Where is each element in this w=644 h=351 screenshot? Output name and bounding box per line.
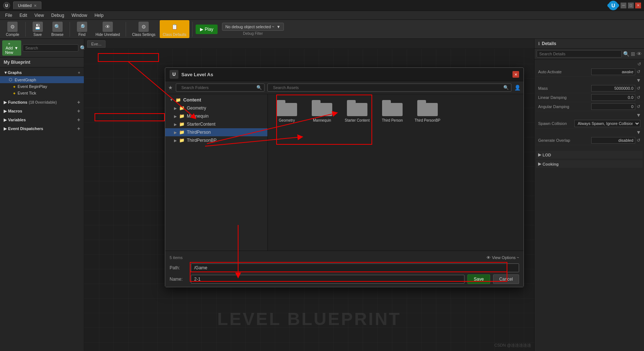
details-columns-icon[interactable]: ⊞ bbox=[631, 51, 635, 57]
mass-reset[interactable]: ↺ bbox=[637, 86, 640, 91]
third-person-bp-folder-item[interactable]: ▶ 📁 ThirdPersonBP bbox=[165, 136, 267, 144]
debug-filter-dropdown[interactable]: No debug object selected ~ ▼ bbox=[222, 23, 284, 31]
third-person-bp-asset-folder-icon bbox=[417, 100, 438, 116]
svg-rect-4 bbox=[95, 114, 164, 121]
variables-section[interactable]: ▶ Variables + bbox=[0, 115, 84, 124]
linear-damping-reset[interactable]: ↺ bbox=[637, 95, 640, 100]
menu-help[interactable]: Help bbox=[91, 12, 107, 19]
editor-tab[interactable]: Untitled ✕ bbox=[13, 1, 41, 9]
macros-collapse-icon: ▶ bbox=[4, 109, 7, 114]
starter-content-folder-icon: 📁 bbox=[179, 122, 185, 127]
main-toolbar: ⚙ Compile 💾 Save 🔍 Browse 🔎 Find 👁 Hide … bbox=[0, 20, 644, 39]
angular-damping-reset[interactable]: ↺ bbox=[637, 104, 640, 109]
compile-button[interactable]: ⚙ Compile bbox=[3, 20, 22, 38]
close-btn[interactable]: ✕ bbox=[635, 3, 641, 8]
angular-damping-value[interactable] bbox=[591, 103, 635, 110]
diamond-icon: ◆ bbox=[13, 85, 15, 88]
functions-section[interactable]: ▶ Functions (18 Overridable) + bbox=[0, 98, 84, 107]
modal-save-button[interactable]: Save bbox=[467, 274, 490, 284]
event-graph-tab[interactable]: Eve... bbox=[87, 40, 106, 48]
graphs-header[interactable]: ▼ Graphs + bbox=[0, 69, 84, 76]
menu-edit[interactable]: Edit bbox=[16, 12, 31, 19]
browse-button[interactable]: 🔍 Browse bbox=[48, 20, 67, 38]
modal-folder-tree: ▼ 📁 Content ▶ 📁 Geometry ▶ 📁 Mann bbox=[165, 94, 268, 251]
details-expand-row2: ▼ bbox=[536, 111, 643, 119]
event-dispatchers-add-icon[interactable]: + bbox=[77, 126, 80, 132]
menu-window[interactable]: Window bbox=[68, 12, 91, 19]
third-person-bp-chevron-icon: ▶ bbox=[174, 138, 177, 143]
modal-user-icon[interactable]: 👤 bbox=[514, 85, 521, 90]
name-input[interactable] bbox=[191, 275, 465, 284]
starter-content-asset-folder-icon bbox=[347, 100, 367, 116]
auto-activate-reset[interactable]: ↺ bbox=[637, 69, 640, 74]
details-reset-button[interactable]: ↺ bbox=[637, 62, 641, 67]
save-button[interactable]: 💾 Save bbox=[29, 20, 47, 38]
generate-overlap-value[interactable] bbox=[591, 137, 635, 144]
geometry-folder-item[interactable]: ▶ 📁 Geometry bbox=[165, 104, 267, 112]
menu-debug[interactable]: Debug bbox=[48, 12, 68, 19]
search-assets-input[interactable] bbox=[270, 84, 503, 91]
find-button[interactable]: 🔎 Find bbox=[73, 20, 91, 38]
asset-mannequin[interactable]: Mannequin bbox=[307, 99, 337, 124]
third-person-folder-item[interactable]: ▶ 📁 ThirdPerson bbox=[165, 128, 267, 136]
geometry-folder-icon: 📁 bbox=[179, 106, 185, 111]
spawn-collision-dropdown[interactable]: Always Spawn, Ignore Collisions bbox=[574, 120, 640, 127]
path-input[interactable] bbox=[191, 263, 519, 272]
macros-section[interactable]: ▶ Macros + bbox=[0, 107, 84, 115]
details-visibility-icon[interactable]: 👁 bbox=[637, 51, 642, 57]
event-dispatchers-section[interactable]: ▶ Event Dispatchers + bbox=[0, 124, 84, 133]
starter-content-folder-item[interactable]: ▶ 📁 StarterContent bbox=[165, 120, 267, 128]
details-row-spawn: Spawn Collision Always Spawn, Ignore Col… bbox=[536, 119, 643, 129]
asset-geometry[interactable]: Geometry bbox=[272, 99, 301, 124]
functions-add-icon[interactable]: + bbox=[77, 99, 80, 105]
blueprint-canvas[interactable]: LEVEL BLUEPRINT CSDN @连连连连连 U Save Level… bbox=[84, 49, 534, 351]
menu-view[interactable]: View bbox=[31, 12, 48, 19]
modal-cancel-button[interactable]: Cancel bbox=[493, 274, 519, 284]
graphs-add-icon[interactable]: + bbox=[78, 70, 80, 75]
menu-file[interactable]: File bbox=[1, 12, 16, 19]
asset-third-person[interactable]: Third Person bbox=[378, 99, 407, 124]
modal-close-button[interactable]: ✕ bbox=[512, 71, 519, 78]
diamond-icon-2: ◆ bbox=[13, 92, 15, 95]
play-icon: ▶ bbox=[200, 27, 203, 32]
asset-third-person-bp[interactable]: Third PersonBP bbox=[413, 99, 442, 124]
content-root-item[interactable]: ▼ 📁 Content bbox=[165, 96, 267, 104]
mannequin-folder-item[interactable]: ▶ 📁 Mannequin bbox=[165, 112, 267, 120]
add-new-button[interactable]: + Add New ▼ bbox=[2, 40, 21, 56]
mass-label: Mass bbox=[538, 86, 590, 90]
search-folders-input[interactable] bbox=[178, 84, 256, 91]
class-defaults-button[interactable]: 📋 Class Defaults bbox=[160, 20, 189, 38]
lod-label[interactable]: ▶ LOD bbox=[536, 151, 643, 159]
path-label: Path: bbox=[170, 265, 188, 270]
view-options-button[interactable]: 👁 View Options ~ bbox=[486, 255, 519, 260]
class-settings-button[interactable]: ⚙ Class Settings bbox=[129, 20, 158, 38]
details-icon: ℹ bbox=[538, 41, 540, 46]
details-expand-icon-2[interactable]: ▼ bbox=[636, 112, 641, 118]
blueprint-search-input[interactable] bbox=[23, 44, 78, 52]
details-expand-icon-3[interactable]: ▼ bbox=[636, 129, 641, 135]
hide-unrelated-button[interactable]: 👁 Hide Unrelated bbox=[93, 20, 123, 38]
maximize-btn[interactable]: □ bbox=[628, 3, 634, 8]
mass-value[interactable] bbox=[591, 85, 635, 92]
event-tick-item[interactable]: ◆ Event Tick bbox=[0, 90, 84, 96]
linear-damping-value[interactable] bbox=[591, 94, 635, 101]
svg-text:U: U bbox=[611, 3, 615, 8]
cooking-label[interactable]: ▶ Cooking bbox=[536, 160, 643, 168]
star-icon[interactable]: ★ bbox=[168, 85, 173, 90]
event-begin-play-item[interactable]: ◆ Event BeginPlay bbox=[0, 83, 84, 90]
generate-overlap-reset[interactable]: ↺ bbox=[637, 138, 640, 143]
details-search-icon[interactable]: 🔍 bbox=[623, 51, 629, 57]
variables-add-icon[interactable]: + bbox=[77, 117, 80, 123]
toolbar-sep-1 bbox=[25, 22, 26, 37]
event-graph-item[interactable]: ⬡ EventGraph bbox=[0, 76, 84, 83]
asset-starter-content[interactable]: Starter Content bbox=[343, 99, 372, 124]
macros-add-icon[interactable]: + bbox=[77, 108, 80, 114]
details-expand-icon[interactable]: ▼ bbox=[636, 77, 641, 83]
auto-activate-value[interactable] bbox=[591, 69, 635, 75]
details-search-input[interactable] bbox=[537, 50, 622, 58]
play-button[interactable]: ▶ Play bbox=[196, 25, 218, 34]
minimize-btn[interactable]: ─ bbox=[621, 3, 626, 8]
details-expand-row: ▼ bbox=[536, 77, 643, 84]
tab-close-btn[interactable]: ✕ bbox=[34, 4, 37, 8]
geometry-chevron-icon: ▶ bbox=[174, 106, 177, 110]
